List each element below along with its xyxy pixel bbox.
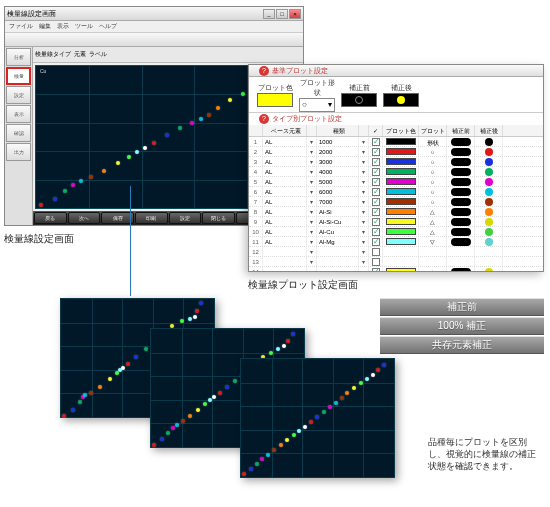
- chevron-down-icon[interactable]: ▾: [359, 227, 369, 236]
- cell-color[interactable]: [383, 237, 419, 246]
- cell-checkbox[interactable]: [369, 197, 383, 206]
- minimize-button[interactable]: _: [263, 9, 275, 19]
- chevron-down-icon[interactable]: ▾: [307, 167, 317, 176]
- action-button[interactable]: 次へ: [68, 212, 101, 224]
- cell-color[interactable]: [383, 187, 419, 196]
- chevron-down-icon[interactable]: ▾: [307, 137, 317, 146]
- cell-checkbox[interactable]: [369, 237, 383, 246]
- chevron-down-icon[interactable]: ▾: [359, 157, 369, 166]
- cell-shape[interactable]: △: [419, 227, 447, 236]
- cell-color[interactable]: [383, 207, 419, 216]
- action-button[interactable]: 閉じる: [202, 212, 235, 224]
- cell-shape[interactable]: ○: [419, 167, 447, 176]
- cell-checkbox[interactable]: [369, 227, 383, 236]
- sidebar-item[interactable]: 表示: [6, 105, 31, 123]
- chevron-down-icon[interactable]: ▾: [307, 217, 317, 226]
- chevron-down-icon[interactable]: ▾: [359, 217, 369, 226]
- cell-color[interactable]: [383, 167, 419, 176]
- action-button[interactable]: 印刷: [135, 212, 168, 224]
- cell-checkbox[interactable]: [369, 247, 383, 256]
- sidebar-item[interactable]: 設定: [6, 86, 31, 104]
- chevron-down-icon[interactable]: ▾: [359, 237, 369, 246]
- cell-color[interactable]: [383, 157, 419, 166]
- chevron-down-icon[interactable]: ▾: [359, 167, 369, 176]
- cell-shape[interactable]: △: [419, 207, 447, 216]
- cell-color[interactable]: [383, 147, 419, 156]
- chevron-down-icon[interactable]: ▾: [307, 257, 317, 266]
- close-button[interactable]: ×: [289, 9, 301, 19]
- cell-color[interactable]: [383, 257, 419, 266]
- toolbar-item[interactable]: ラベル: [89, 50, 107, 59]
- chevron-down-icon[interactable]: ▾: [307, 237, 317, 246]
- cell-shape[interactable]: ○: [419, 157, 447, 166]
- cell-checkbox[interactable]: [369, 217, 383, 226]
- chevron-down-icon[interactable]: ▾: [359, 177, 369, 186]
- cell-base: AL: [263, 227, 307, 236]
- sidebar-item[interactable]: 検量: [6, 67, 31, 85]
- cell-color[interactable]: [383, 247, 419, 256]
- help-icon[interactable]: ?: [259, 114, 269, 124]
- cell-color[interactable]: [383, 267, 419, 271]
- menu-item[interactable]: ヘルプ: [99, 22, 117, 31]
- chevron-down-icon[interactable]: ▾: [359, 137, 369, 146]
- cell-shape[interactable]: ○: [419, 137, 447, 146]
- ref-shape-dropdown[interactable]: ○▾: [299, 98, 335, 112]
- cell-checkbox[interactable]: [369, 137, 383, 146]
- menu-item[interactable]: ファイル: [9, 22, 33, 31]
- cell-checkbox[interactable]: [369, 257, 383, 266]
- toolbar-item[interactable]: 元素: [74, 50, 86, 59]
- chevron-down-icon[interactable]: ▾: [307, 177, 317, 186]
- cell-shape[interactable]: ○: [419, 187, 447, 196]
- maximize-button[interactable]: □: [276, 9, 288, 19]
- sidebar-item[interactable]: 確認: [6, 124, 31, 142]
- ref-color-swatch[interactable]: [257, 93, 293, 107]
- cell-shape[interactable]: ○: [419, 267, 447, 271]
- cell-color[interactable]: [383, 217, 419, 226]
- chevron-down-icon[interactable]: ▾: [359, 187, 369, 196]
- chevron-down-icon[interactable]: ▾: [307, 227, 317, 236]
- cell-checkbox[interactable]: [369, 207, 383, 216]
- table-row: 14▾▾○: [249, 267, 543, 271]
- chevron-down-icon[interactable]: ▾: [359, 247, 369, 256]
- help-icon[interactable]: ?: [259, 66, 269, 76]
- cell-shape[interactable]: △: [419, 217, 447, 226]
- cell-shape[interactable]: ▽: [419, 237, 447, 246]
- menu-item[interactable]: 編集: [39, 22, 51, 31]
- toolbar-item[interactable]: 検量線タイプ: [35, 50, 71, 59]
- sidebar-item[interactable]: 分析: [6, 48, 31, 66]
- cell-shape[interactable]: [419, 257, 447, 266]
- chevron-down-icon[interactable]: ▾: [307, 207, 317, 216]
- cell-checkbox[interactable]: [369, 267, 383, 271]
- chevron-down-icon[interactable]: ▾: [359, 197, 369, 206]
- cell-checkbox[interactable]: [369, 157, 383, 166]
- cell-checkbox[interactable]: [369, 167, 383, 176]
- cell-color[interactable]: [383, 197, 419, 206]
- menu-item[interactable]: ツール: [75, 22, 93, 31]
- cell-checkbox[interactable]: [369, 177, 383, 186]
- table-row: 4AL▾4000▾○: [249, 167, 543, 177]
- action-button[interactable]: 保存: [101, 212, 134, 224]
- chevron-down-icon[interactable]: ▾: [307, 157, 317, 166]
- cell-color[interactable]: [383, 137, 419, 146]
- cell-shape[interactable]: ○: [419, 147, 447, 156]
- chevron-down-icon[interactable]: ▾: [307, 187, 317, 196]
- sidebar-item[interactable]: 出力: [6, 143, 31, 161]
- chevron-down-icon[interactable]: ▾: [359, 257, 369, 266]
- cell-checkbox[interactable]: [369, 187, 383, 196]
- chevron-down-icon[interactable]: ▾: [307, 197, 317, 206]
- cell-color[interactable]: [383, 177, 419, 186]
- menu-item[interactable]: 表示: [57, 22, 69, 31]
- action-button[interactable]: 戻る: [34, 212, 67, 224]
- action-button[interactable]: 設定: [169, 212, 202, 224]
- cell-shape[interactable]: ○: [419, 197, 447, 206]
- chevron-down-icon[interactable]: ▾: [307, 247, 317, 256]
- cell-shape[interactable]: [419, 247, 447, 256]
- cell-shape[interactable]: ○: [419, 177, 447, 186]
- cell-checkbox[interactable]: [369, 147, 383, 156]
- cell-color[interactable]: [383, 227, 419, 236]
- chevron-down-icon[interactable]: ▾: [359, 147, 369, 156]
- chevron-down-icon[interactable]: ▾: [359, 207, 369, 216]
- chevron-down-icon[interactable]: ▾: [359, 267, 369, 271]
- chevron-down-icon[interactable]: ▾: [307, 267, 317, 271]
- chevron-down-icon[interactable]: ▾: [307, 147, 317, 156]
